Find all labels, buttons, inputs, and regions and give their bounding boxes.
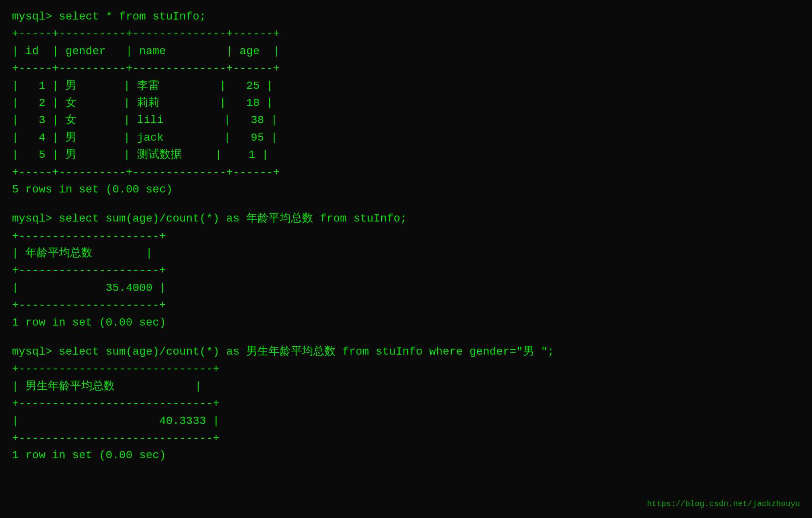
prompt-2: mysql> select sum(age)/count(*) as 年龄平均总…: [12, 210, 800, 227]
separator-1c: +-----+----------+--------------+------+: [12, 164, 800, 181]
result-2: 1 row in set (0.00 sec): [12, 314, 800, 331]
table-row: | 4 | 男 | jack | 95 |: [12, 129, 800, 146]
separator-2b: +---------------------+: [12, 262, 800, 279]
result-1: 5 rows in set (0.00 sec): [12, 181, 800, 198]
separator-1b: +-----+----------+--------------+------+: [12, 60, 800, 77]
separator-1a: +-----+----------+--------------+------+: [12, 25, 800, 42]
prompt-3: mysql> select sum(age)/count(*) as 男生年龄平…: [12, 343, 800, 360]
table-row: | 35.4000 |: [12, 279, 800, 296]
table-header-3: | 男生年龄平均总数 |: [12, 378, 800, 395]
separator-3b: +-----------------------------+: [12, 395, 800, 412]
table-row: | 1 | 男 | 李雷 | 25 |: [12, 77, 800, 94]
table-row: | 5 | 男 | 测试数据 | 1 |: [12, 146, 800, 163]
table-header-1: | id | gender | name | age |: [12, 43, 800, 60]
separator-2c: +---------------------+: [12, 296, 800, 314]
table-row: | 2 | 女 | 莉莉 | 18 |: [12, 94, 800, 112]
query-block-2: mysql> select sum(age)/count(*) as 年龄平均总…: [12, 210, 800, 331]
prompt-1: mysql> select * from stuInfo;: [12, 8, 800, 25]
table-row: | 40.3333 |: [12, 412, 800, 430]
query-block-3: mysql> select sum(age)/count(*) as 男生年龄平…: [12, 343, 800, 464]
separator-3c: +-----------------------------+: [12, 430, 800, 447]
result-3: 1 row in set (0.00 sec): [12, 447, 800, 464]
separator-2a: +---------------------+: [12, 228, 800, 245]
table-header-2: | 年龄平均总数 |: [12, 245, 800, 262]
terminal: mysql> select * from stuInfo; +-----+---…: [12, 8, 800, 464]
watermark: https://blog.csdn.net/jackzhouyu: [647, 498, 800, 510]
table-row: | 3 | 女 | lili | 38 |: [12, 112, 800, 129]
separator-3a: +-----------------------------+: [12, 360, 800, 377]
query-block-1: mysql> select * from stuInfo; +-----+---…: [12, 8, 800, 198]
